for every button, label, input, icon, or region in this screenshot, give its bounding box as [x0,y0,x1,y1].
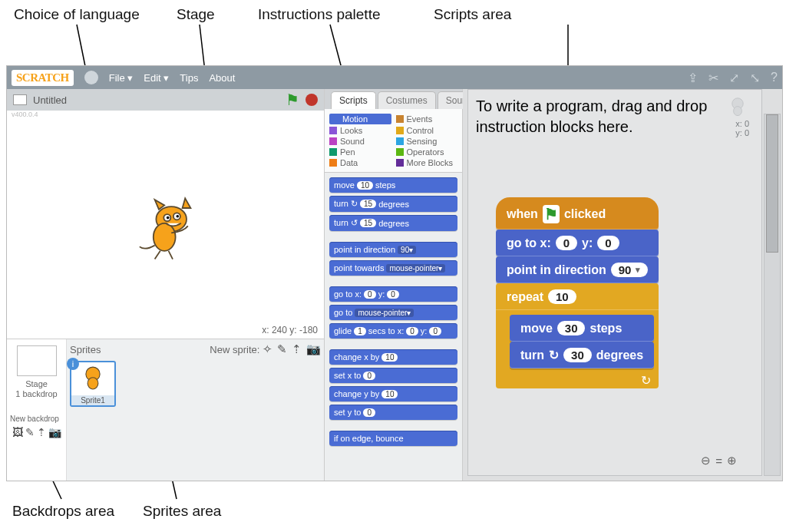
zoom-in-icon[interactable]: ⊕ [727,454,737,468]
block-when-flag-clicked[interactable]: when ⚑ clicked [496,197,659,230]
anno-backdrops: Backdrops area [12,503,114,520]
block-repeat[interactable]: repeat10 [496,283,659,310]
block-move-steps[interactable]: move30steps [510,315,654,342]
cat-operators[interactable]: Operators [396,147,458,157]
menu-file[interactable]: File ▾ [109,72,134,84]
block-point-direction[interactable]: point in direction90 [496,256,659,283]
svg-point-10 [166,216,169,219]
script-stack[interactable]: when ⚑ clicked go to x:0 y:0 point in di… [496,197,659,388]
svg-point-11 [176,215,179,218]
block-turn-degrees[interactable]: turn↻30degrees [510,342,654,368]
palette-column: Scripts Costumes Sounds Motion Events Lo… [325,89,463,481]
new-backdrop-label: New backdrop [10,415,63,423]
sprites-panel: Sprites New sprite: ✧ ✎ ⇡ 📷 i Sprite1 [67,339,324,481]
anno-lang: Choice of language [14,6,140,23]
backdrop-count: 1 backdrop [15,389,57,398]
green-flag-icon: ⚑ [543,205,560,223]
stage-header: Untitled ⚑ [7,89,324,111]
sprite-x: x: 0 [726,119,749,128]
cat-events[interactable]: Events [396,114,458,124]
version-label: v400.0.4 [7,111,324,118]
palette-block-glide[interactable]: glide1secs to x:0y:0 [329,323,457,339]
scrollbar-thumb[interactable] [766,114,778,253]
block-repeat-end[interactable] [496,373,659,388]
cat-motion[interactable]: Motion [329,114,391,124]
left-column: Untitled ⚑ v400.0.4 [7,89,325,481]
sprite-info-icon[interactable]: i [67,358,79,370]
stage-area[interactable]: x: 240 y: -180 [7,118,324,339]
svg-point-15 [734,107,742,116]
new-sprite-label: New sprite: [210,344,259,355]
cat-looks[interactable]: Looks [329,126,391,135]
shrink-icon[interactable]: ⤡ [750,71,760,85]
help-icon[interactable]: ? [771,71,778,84]
block-palette: move10stepsturn ↻15degreesturn ↺15degree… [325,173,462,481]
cat-sound[interactable]: Sound [329,137,391,146]
sprite-upload-icon[interactable]: ⇡ [292,342,302,356]
menu-about[interactable]: About [209,72,235,84]
zoom-out-icon[interactable]: ⊖ [701,454,711,468]
palette-block-sety[interactable]: set y to0 [329,405,457,420]
sprite-library-icon[interactable]: ✧ [263,342,272,356]
scratch-logo: SCRATCH [12,70,74,86]
duplicate-icon[interactable]: ⇪ [688,71,698,85]
cat-pen[interactable]: Pen [329,147,391,157]
backdrop-library-icon[interactable]: 🖼 [12,426,23,438]
sprite-paint-icon[interactable]: ✎ [277,342,287,356]
green-flag-icon[interactable]: ⚑ [286,91,299,109]
sprite-camera-icon[interactable]: 📷 [306,342,321,356]
palette-block-move[interactable]: move10steps [329,177,457,193]
grow-icon[interactable]: ⤢ [729,71,739,85]
sprite-y: y: 0 [726,128,749,137]
menu-tips[interactable]: Tips [180,72,198,84]
cat-data[interactable]: Data [329,158,391,167]
block-categories: Motion Events Looks Control Sound Sensin… [325,109,462,173]
palette-block-gotoxy[interactable]: go to x:0y:0 [329,286,457,302]
palette-block-chy[interactable]: change y by10 [329,386,457,401]
sprite-name: Sprite1 [71,395,114,405]
svg-point-13 [88,378,98,389]
project-title: Untitled [33,94,67,106]
palette-block-setx[interactable]: set x to0 [329,368,457,383]
stage-coords: x: 240 y: -180 [262,325,318,335]
scratch-window: SCRATCH File ▾ Edit ▾ Tips About ⇪ ✂ ⤢ ⤡… [6,65,783,481]
scripts-area[interactable]: To write a program, drag and drop instru… [467,89,762,476]
svg-point-7 [153,223,175,250]
tab-costumes[interactable]: Costumes [378,91,436,109]
palette-block-chx[interactable]: change x by10 [329,349,457,365]
scripts-column: To write a program, drag and drop instru… [463,89,782,481]
palette-block-turn_l[interactable]: turn ↺15degrees [329,215,457,231]
scripts-hint-text: To write a program, drag and drop instru… [476,96,761,137]
backdrops-panel: Stage1 backdrop New backdrop 🖼 ✎ ⇡ 📷 [7,339,67,481]
sprites-label: Sprites [70,344,101,355]
backdrop-paint-icon[interactable]: ✎ [25,426,35,438]
palette-block-point_to[interactable]: point towardsmouse-pointer▾ [329,260,457,276]
project-thumb-icon[interactable] [13,94,27,105]
cut-icon[interactable]: ✂ [708,71,718,85]
zoom-reset-icon[interactable]: = [715,454,722,468]
cat-more[interactable]: More Blocks [396,158,458,167]
tab-scripts[interactable]: Scripts [331,91,376,109]
anno-palette: Instructions palette [258,6,380,23]
backdrop-thumb[interactable] [17,345,57,376]
backdrop-upload-icon[interactable]: ⇡ [37,426,46,438]
palette-block-goto[interactable]: go tomouse-pointer▾ [329,305,457,320]
cat-control[interactable]: Control [396,126,458,135]
rotate-cw-icon: ↻ [549,348,559,362]
palette-block-point_dir[interactable]: point in direction90▾ [329,242,457,257]
backdrop-title: Stage [25,379,48,388]
language-globe-icon[interactable] [84,71,98,84]
backdrop-camera-icon[interactable]: 📷 [48,426,61,438]
sprite-thumb-sprite1[interactable]: i Sprite1 [70,361,116,407]
anno-scripts: Scripts area [434,6,511,23]
menu-edit[interactable]: Edit ▾ [144,72,169,84]
palette-block-edge[interactable]: if on edge, bounce [329,431,457,446]
block-goto-xy[interactable]: go to x:0 y:0 [496,230,659,256]
anno-sprites: Sprites area [143,503,221,520]
palette-block-turn_r[interactable]: turn ↻15degrees [329,196,457,212]
scratch-cat-sprite[interactable] [131,194,200,263]
stop-sign-icon[interactable] [305,94,318,106]
cat-sensing[interactable]: Sensing [396,137,458,146]
scripts-scrollbar[interactable] [764,114,781,476]
sprite-info-panel: x: 0 y: 0 [726,94,749,137]
